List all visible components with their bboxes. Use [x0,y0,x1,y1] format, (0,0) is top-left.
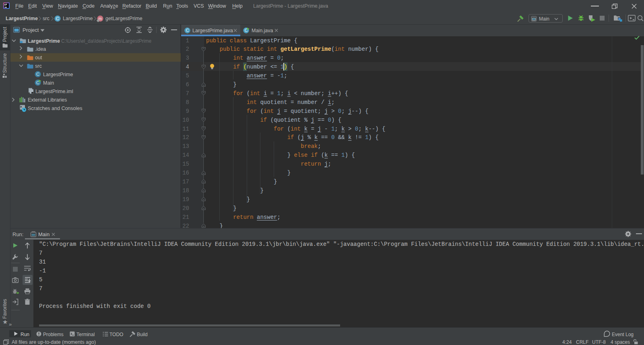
svg-text:C: C [36,72,39,77]
svg-text:C: C [56,16,59,21]
svg-text:C: C [186,28,189,33]
